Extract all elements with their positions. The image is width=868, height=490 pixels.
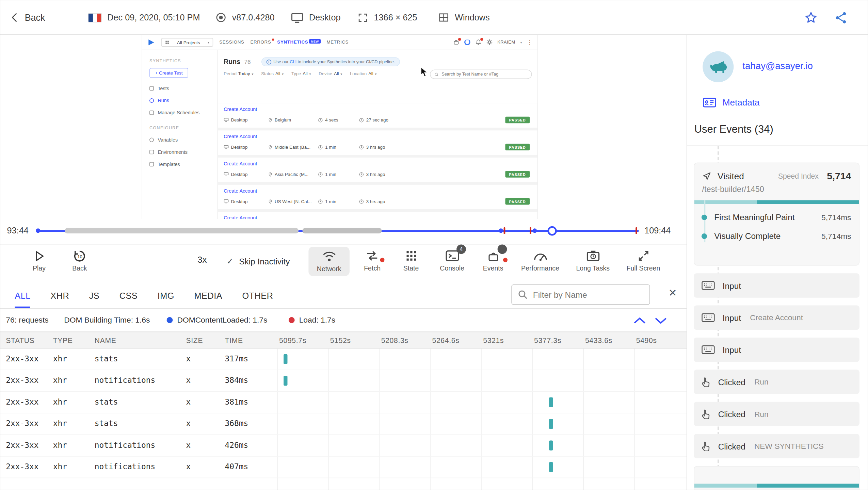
speed-index-label: Speed Index [778, 172, 819, 180]
filter-period: PeriodToday▾ [224, 71, 253, 76]
long-tasks-panel-button[interactable]: Long Tasks [568, 248, 618, 272]
nav-arrow-icon [702, 172, 712, 181]
filter-field[interactable] [511, 284, 650, 305]
load-marker-dot [289, 317, 295, 323]
session-replay-app: Back Dec 09, 2020, 05:10 PM v87.0.4280 D… [0, 0, 868, 490]
share-button[interactable] [834, 0, 848, 35]
visited-event-card[interactable]: Visited Speed Index 5,714 /test-builder/… [694, 163, 859, 266]
environments-icon [149, 150, 154, 154]
back-button[interactable]: Back [9, 0, 45, 35]
speed-toggle[interactable]: 3x [190, 255, 214, 265]
replayed-user-menu: KRAIEM [497, 40, 515, 45]
user-events-title: User Events (34) [694, 123, 773, 135]
table-row[interactable]: 2xx-3xxxhrstatsx381ms [0, 392, 687, 413]
svg-text:10: 10 [77, 254, 82, 259]
close-icon[interactable]: × [669, 286, 677, 299]
chevron-left-icon [9, 12, 20, 23]
events-panel-button[interactable]: Events [475, 248, 511, 272]
clock-icon [359, 117, 364, 122]
sidebar-item-tests: Tests [149, 82, 210, 95]
current-time: 93:44 [7, 226, 29, 235]
clock-icon [359, 199, 364, 204]
hand-pointer-icon [702, 441, 710, 451]
click-event-card[interactable]: Clicked Run [694, 402, 859, 426]
timeline-start-dot [36, 228, 40, 233]
jump-next-button[interactable] [654, 316, 667, 326]
input-event-card[interactable]: Input [694, 273, 859, 298]
col-name: NAME [95, 337, 116, 345]
topbar: Back Dec 09, 2020, 05:10 PM v87.0.4280 D… [0, 0, 868, 35]
table-row[interactable]: 2xx-3xxxhrnotificationsx426ms [0, 435, 687, 456]
runs-list: Create Account Desktop Belgium 4 secs 27… [218, 103, 537, 219]
input-event-card[interactable]: Input [694, 338, 859, 362]
jump-previous-button[interactable] [633, 316, 646, 326]
sidebar-item-templates: Templates [149, 158, 210, 170]
dom-building-time: DOM Building Time: 1.6s [64, 315, 150, 324]
device-type: Desktop [291, 0, 340, 35]
request-timing-bar [549, 441, 553, 451]
clock-icon [359, 172, 364, 177]
metric-dot [702, 215, 707, 220]
keyboard-icon [702, 345, 715, 354]
run-name-link: Create Account [224, 134, 532, 139]
duration-icon [318, 145, 323, 150]
chevron-down-icon: ▾ [208, 40, 209, 44]
network-panel-button[interactable]: Network [308, 247, 349, 276]
replay-viewport: All Projects ▾ SESSIONS ERRORS SYNTHETIC… [0, 35, 687, 219]
tab-synthetics: SYNTHETICSNEW [277, 40, 320, 45]
sidebar-section-synthetics: SYNTHETICS [149, 59, 210, 64]
fetch-alert-dot [380, 258, 384, 262]
events-alert-dot [503, 258, 508, 262]
next-visited-event-card[interactable] [694, 466, 859, 490]
tab-css[interactable]: CSS [119, 291, 138, 308]
playhead-knob[interactable] [547, 226, 557, 236]
console-panel-button[interactable]: 4 Console [434, 248, 470, 272]
metric-row: Visually Complete 5,714ms [714, 231, 851, 241]
visited-path: /test-builder/1450 [694, 182, 859, 194]
performance-icon [533, 250, 548, 262]
event-marker [532, 228, 537, 233]
monitor-icon [291, 12, 303, 23]
browser-icon [215, 12, 227, 23]
table-row[interactable]: 2xx-3xxxhrnotificationsx384ms [0, 370, 687, 392]
state-panel-button[interactable]: State [394, 248, 428, 272]
request-timing-bar [284, 376, 287, 386]
event-marker [499, 228, 503, 233]
col-t4: 5321s [483, 337, 504, 345]
app-logo-icon [147, 38, 155, 46]
checkmark-icon: ✓ [226, 256, 233, 266]
tab-img[interactable]: IMG [158, 291, 174, 308]
long-tasks-icon [586, 250, 600, 262]
filter-input[interactable] [533, 290, 644, 299]
table-row[interactable]: 2xx-3xxxhrstatsx317ms [0, 348, 687, 370]
performance-panel-button[interactable]: Performance [515, 248, 566, 272]
rewind-10-button[interactable]: 10 Back [62, 248, 97, 272]
timeline: 93:44 109:44 [0, 219, 687, 244]
click-event-card[interactable]: Clicked NEW SYNTHETICS [694, 434, 859, 458]
full-screen-button[interactable]: Full Screen [620, 248, 667, 272]
tab-media[interactable]: MEDIA [194, 291, 222, 308]
tab-other[interactable]: OTHER [242, 291, 273, 308]
play-button[interactable]: Play [22, 248, 56, 272]
timeline-track[interactable] [37, 219, 639, 244]
metadata-button[interactable]: Metadata [703, 97, 759, 108]
skip-inactivity-toggle[interactable]: ✓ Skip Inactivity [226, 256, 290, 266]
grid-icon [165, 40, 170, 44]
tab-js[interactable]: JS [89, 291, 99, 308]
sidebar-section-configure: CONFIGURE [149, 126, 210, 131]
schedules-icon [149, 111, 154, 115]
request-count: 76: requests [6, 315, 48, 324]
tab-xhr[interactable]: XHR [50, 291, 69, 308]
col-type: TYPE [53, 337, 73, 345]
tab-all[interactable]: ALL [15, 291, 30, 308]
avatar [703, 51, 734, 82]
table-row[interactable]: 2xx-3xxxhrnotificationsx407ms [0, 457, 687, 478]
favorite-button[interactable] [804, 0, 818, 35]
test-search-input [441, 72, 527, 77]
input-event-card[interactable]: Input Create Account [694, 306, 859, 330]
click-event-card[interactable]: Clicked Run [694, 370, 859, 394]
duration-icon [318, 117, 323, 122]
fetch-panel-button[interactable]: Fetch [356, 248, 388, 272]
app-window: Back Dec 09, 2020, 05:10 PM v87.0.4280 D… [0, 0, 868, 490]
table-row[interactable]: 2xx-3xxxhrstatsx368ms [0, 413, 687, 435]
